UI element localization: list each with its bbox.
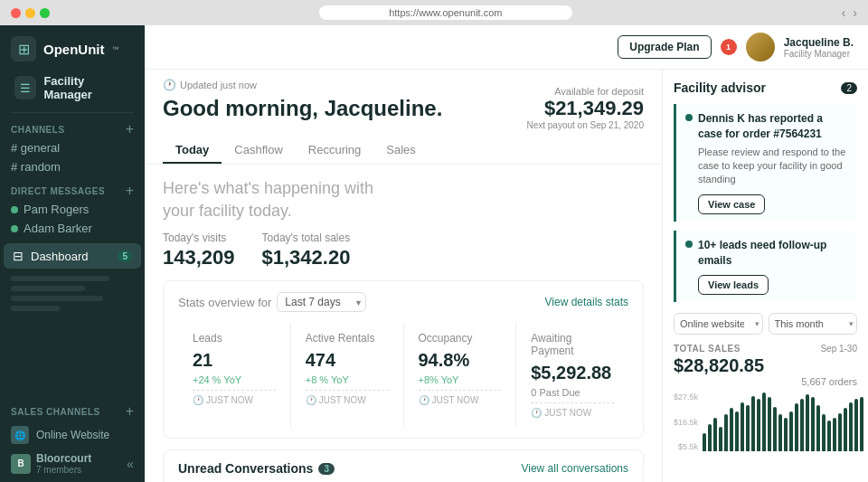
dashboard-icon: ⊟ [13,249,24,263]
window-controls [11,8,50,18]
chart-bar [724,414,728,451]
sales-channel-name: Online Website [36,429,109,441]
chart-bar [860,397,863,451]
sales-orders: 5,667 orders [674,376,857,387]
advisor-item-1-subtitle: Please review and respond to the case to… [685,146,848,187]
metric-leads: Leads 21 +24 % YoY 🕐JUST NOW [178,323,291,427]
collapse-sidebar-button[interactable]: « [127,457,134,471]
advisor-item-2-title: 10+ leads need follow-up emails [698,238,848,269]
dm-name: Pam Rogers [24,203,89,216]
sales-chart: $27.5k $16.5k $5.5k [674,392,857,451]
chart-bar [816,405,820,451]
chart-bar [827,421,831,451]
nav-back[interactable]: ‹ [842,5,846,20]
date-filter-select[interactable]: This month Last month Last 7 days [769,313,858,335]
chart-bar [838,413,842,451]
advisor-item-1: Dennis K has reported a case for order #… [674,104,857,222]
advisor-item-1-title: Dennis K has reported a case for order #… [698,111,848,142]
chart-bar [806,394,809,451]
dm-item-adam[interactable]: Adam Barker [0,219,145,238]
chart-bar [768,397,771,451]
deposit-box: Available for deposit $21,349.29 Next pa… [526,79,644,137]
add-sales-channel-button[interactable]: + [126,404,134,419]
sales-channels-label: SALES CHANNELS [11,407,100,417]
chart-bar [719,427,722,451]
conversations-card: Unread Conversations 3 View all conversa… [163,449,644,482]
conversations-title: Unread Conversations [178,461,313,476]
chart-bar [778,414,782,451]
user-role: Facility Manager [784,49,854,59]
updated-label: 🕐 Updated just now [163,79,442,91]
channels-label: CHANNELS [11,125,65,135]
dashboard-badge: 5 [118,250,132,262]
workspace-item[interactable]: ☰ Facility Manager [4,69,141,107]
user-name: Jacqueline B. [784,36,854,49]
chart-bar [800,399,804,451]
view-case-button[interactable]: View case [698,194,765,214]
visits-stat: Today's visits 143,209 [163,232,235,269]
chart-bar [757,399,760,451]
chart-bar [849,402,853,452]
dm-item-pam[interactable]: Pam Rogers [0,200,145,219]
chart-bar [735,411,739,451]
sidebar-item-random[interactable]: # random [0,157,145,176]
date-range-dropdown[interactable]: Last 7 days Last 30 days This month [277,292,366,312]
total-sales-amount: $28,820.85 [674,355,764,376]
sales-date-range: Sep 1-30 [820,344,857,354]
advisor-title: Facility advisor [674,80,766,95]
total-sales-label: TOTAL SALES [674,344,741,354]
metric-awaiting-payment: Awaiting Payment $5,292.88 0 Past Due 🕐J… [516,323,628,427]
nav-forward[interactable]: › [853,5,857,20]
sidebar-logo: ⊞ OpenUnit™ [0,25,145,69]
dm-label: DIRECT MESSAGES [11,186,105,196]
chart-bar [746,405,750,451]
fullscreen-dot[interactable] [40,8,50,18]
avatar [746,33,775,61]
add-dm-button[interactable]: + [126,184,134,198]
chart-bar [795,403,798,451]
stats-overview-card: Stats overview for Last 7 days Last 30 d… [163,280,644,439]
view-leads-button[interactable]: View leads [698,275,769,295]
tab-today[interactable]: Today [163,137,222,164]
url-bar[interactable]: https://www.openunit.com [319,5,572,20]
chart-bar [751,396,755,452]
view-details-link[interactable]: View details stats [545,296,629,308]
notification-badge: 1 [721,39,737,55]
greeting: Good morning, Jacqueline. [163,96,442,121]
welcome-banner: Here's what's happening with your facili… [145,165,662,232]
overview-title: Stats overview for [178,296,271,309]
close-dot[interactable] [11,8,21,18]
user-info: Jacqueline B. Facility Manager [784,36,854,59]
sidebar-item-general[interactable]: # general [0,138,145,157]
upgrade-plan-button[interactable]: Upgrade Plan [618,35,711,59]
tab-cashflow[interactable]: Cashflow [222,137,295,164]
sales-channel-online[interactable]: 🌐 Online Website [0,422,145,448]
chart-bar [822,414,826,451]
advisor-item-2: 10+ leads need follow-up emails View lea… [674,231,857,303]
dashboard-label: Dashboard [31,250,89,263]
total-sales-stat: Today's total sales $1,342.20 [262,232,351,269]
add-channel-button[interactable]: + [126,122,134,137]
welcome-text-2: your facility today. [163,202,292,220]
sidebar: ⊞ OpenUnit™ ☰ Facility Manager CHANNELS … [0,25,145,482]
minimize-dot[interactable] [25,8,35,18]
conversations-badge: 3 [318,463,335,475]
chart-bar [811,397,815,451]
chart-bar [773,407,777,451]
tab-sales[interactable]: Sales [373,137,429,164]
chart-bar [713,418,717,452]
channel-filter-select[interactable]: Online website In-store Phone [674,313,763,335]
nav-item-dashboard[interactable]: ⊟ Dashboard 5 [4,243,141,269]
chart-bar [762,392,766,451]
chart-bar [789,411,793,451]
tab-reccuring[interactable]: Reccuring [296,137,374,164]
chart-bar [854,399,858,451]
view-conversations-link[interactable]: View all conversations [521,462,628,475]
total-sales-section: TOTAL SALES Sep 1-30 $28,820.85 5,667 or… [674,344,857,387]
chart-bar [708,424,712,452]
chart-bar [703,433,706,452]
workspace-members: 7 members [36,465,91,475]
chart-bar [784,418,788,452]
chart-bar [844,408,847,451]
chart-bar [741,402,744,452]
